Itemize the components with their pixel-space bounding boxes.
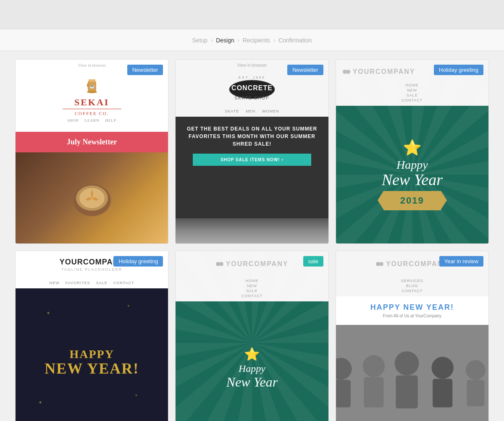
template-card-6[interactable]: Year in review YOURCOMPANY SERVICESBLOGC… <box>336 251 489 421</box>
sparkle-2: + <box>127 303 130 309</box>
sekai-brand-name: SEKAI <box>22 98 161 107</box>
sparkle-4: + <box>135 392 138 398</box>
card2-content: View in browser EST. 1990 · : · CONCRETE… <box>176 60 328 243</box>
sunburst-5 <box>175 251 328 421</box>
sekai-nav-learn: LEARN <box>84 118 99 123</box>
card6-from-text: From All of Us at YourCompany <box>343 314 482 318</box>
template-card-1[interactable]: Newsletter View in browser ☕ SEKAI COFFE… <box>15 59 168 244</box>
card2-nav: SKATE MEN WOMEN <box>176 107 328 117</box>
company-logo-icon-6 <box>376 260 383 268</box>
breadcrumb-confirmation[interactable]: Confirmation <box>278 37 312 44</box>
svg-text:SKATE SHOP: SKATE SHOP <box>234 96 269 100</box>
card6-content: YOURCOMPANY SERVICESBLOGCONTACT HAPPY NE… <box>336 251 488 421</box>
card4-happy-text: HAPPY <box>69 348 114 361</box>
sparkle-1: ✦ <box>46 310 50 316</box>
breadcrumb-design[interactable]: Design <box>216 37 234 44</box>
breadcrumb-separator-3: › <box>273 37 275 43</box>
card5-teal-banner: ⭐ Happy New Year <box>176 301 328 421</box>
latte-art-icon <box>71 177 113 219</box>
card3-year-ribbon: 2019 <box>383 191 441 210</box>
template-card-2[interactable]: Newsletter View in browser EST. 1990 · :… <box>175 59 328 244</box>
card4-new-year-text: NEW YEAR! <box>45 361 139 376</box>
card4-nav-contact: CONTACT <box>113 281 134 285</box>
top-bar <box>0 0 504 29</box>
card4-nav: NEW FAVORITES SALE CONTACT <box>16 278 168 288</box>
svg-point-27 <box>431 357 453 379</box>
sunburst-3 <box>336 59 489 244</box>
breadcrumb-recipients[interactable]: Recipients <box>243 37 270 44</box>
template-card-3[interactable]: Holiday greeting YOURCOMPANY HOMENEWSALE… <box>336 59 489 244</box>
svg-rect-28 <box>433 379 452 407</box>
card6-happy-new-year: HAPPY NEW YEAR! <box>343 303 482 312</box>
breadcrumb-separator-1: › <box>211 37 213 43</box>
template-card-4[interactable]: Holiday greeting YOURCOMPANY TAGLINE PLA… <box>15 251 168 421</box>
svg-point-2 <box>87 91 97 93</box>
card2-nav-men: MEN <box>246 109 255 113</box>
card4-your: YOUR <box>60 258 83 266</box>
svg-text:CONCRETE: CONCRETE <box>231 84 273 92</box>
card2-nav-skate: SKATE <box>225 109 239 113</box>
card2-bottom-image <box>176 218 328 243</box>
sekai-nav-help: HELP <box>105 118 116 123</box>
coffee-cup-icon: ☕ <box>84 76 100 95</box>
svg-point-23 <box>362 355 384 377</box>
card4-nav-favorites: FAVORITES <box>66 281 90 285</box>
card2-shop-btn[interactable]: SHOP SALE ITEMS NOW! › <box>193 154 311 166</box>
card1-coffee-image <box>16 152 168 243</box>
card1-banner: July Newsletter <box>16 132 168 152</box>
card4-nav-new: NEW <box>50 281 60 285</box>
badge-holiday-1: Holiday greeting <box>434 65 483 75</box>
svg-point-19 <box>379 262 383 266</box>
card3-new-year-banner: ⭐ Happy New Year 2019 <box>336 106 488 243</box>
svg-point-29 <box>465 360 485 380</box>
svg-rect-24 <box>364 377 383 407</box>
card2-nav-women: WOMEN <box>262 109 279 113</box>
svg-rect-30 <box>467 380 484 406</box>
card1-header: ☕ SEKAI COFFEE CO. SHOP LEARN HELP <box>16 69 168 132</box>
card4-dark-banner: ✦ + ✦ + HAPPY NEW YEAR! <box>16 288 168 421</box>
card6-nav: SERVICESBLOGCONTACT <box>336 277 488 296</box>
badge-newsletter-1: Newsletter <box>127 65 163 75</box>
card2-promo-text: GET THE BEST DEALS ON ALL YOUR SUMMER FA… <box>182 125 321 148</box>
svg-text:EST. 1990: EST. 1990 <box>239 76 265 79</box>
breadcrumb-setup[interactable]: Setup <box>192 37 208 44</box>
sekai-nav: SHOP LEARN HELP <box>22 116 161 125</box>
svg-text:☕: ☕ <box>89 84 95 89</box>
badge-newsletter-2: Newsletter <box>287 65 323 75</box>
sparkle-3: ✦ <box>38 400 42 405</box>
template-card-5[interactable]: sale YOURCOMPANY HOMENEWSALECONTACT ⭐ Ha… <box>175 251 328 421</box>
svg-rect-1 <box>89 79 95 82</box>
sekai-brand-sub: COFFEE CO. <box>22 111 161 116</box>
team-photo-icon <box>336 325 488 421</box>
svg-rect-3 <box>87 84 89 87</box>
card4-tagline: TAGLINE PLACEHOLDER <box>22 267 161 272</box>
badge-holiday-2: Holiday greeting <box>113 256 163 267</box>
card6-photo <box>336 325 488 421</box>
card4-content: YOURCOMPANY TAGLINE PLACEHOLDER NEW FAVO… <box>16 251 168 421</box>
breadcrumb-separator-2: › <box>238 37 239 43</box>
svg-rect-22 <box>336 380 351 408</box>
card3-content: YOURCOMPANY HOMENEWSALECONTACT ⭐ Happy N… <box>336 60 488 243</box>
card6-white-section: HAPPY NEW YEAR! From All of Us at YourCo… <box>336 296 488 325</box>
badge-year-review: Year in review <box>439 256 483 267</box>
badge-sale: sale <box>303 256 323 267</box>
concrete-logo-icon: EST. 1990 · : · CONCRETE · : · SKATE SHO… <box>227 73 277 105</box>
template-grid: Newsletter View in browser ☕ SEKAI COFFE… <box>0 51 504 421</box>
card4-nav-sale: SALE <box>96 281 108 285</box>
svg-point-25 <box>394 351 419 376</box>
card1-content: View in browser ☕ SEKAI COFFEE CO. SHOP … <box>16 60 168 243</box>
svg-rect-26 <box>396 376 417 409</box>
card5-content: YOURCOMPANY HOMENEWSALECONTACT ⭐ Happy N… <box>176 251 328 421</box>
svg-text:· : ·: · : · <box>248 92 256 95</box>
breadcrumb: Setup › Design › Recipients › Confirmati… <box>0 29 504 51</box>
card2-promo: GET THE BEST DEALS ON ALL YOUR SUMMER FA… <box>176 117 328 218</box>
sekai-nav-shop: SHOP <box>67 118 79 123</box>
